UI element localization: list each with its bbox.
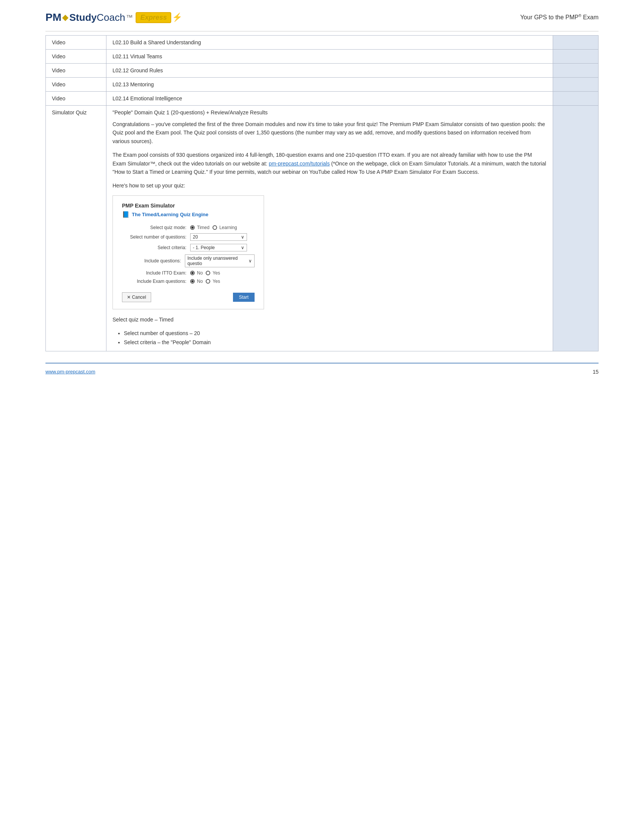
form-label-itto: Include ITTO Exam: <box>122 270 187 276</box>
book-icon: 📘 <box>122 211 130 218</box>
row-content: L02.13 Mentoring <box>106 78 553 92</box>
select-criteria[interactable]: - 1. People ∨ <box>190 244 247 251</box>
logo-diamond-icon: ◆ <box>62 13 69 23</box>
table-row: Video L02.12 Ground Rules <box>46 64 599 78</box>
logo-tm: ™ <box>126 14 133 22</box>
radio-itto-yes-label: Yes <box>213 270 220 276</box>
list-item: Select criteria – the "People" Domain <box>124 338 547 347</box>
row-type: Video <box>46 78 106 92</box>
form-row-quizmode: Select quiz mode: Timed Learning <box>122 225 254 230</box>
row-content: L02.12 Ground Rules <box>106 64 553 78</box>
page-footer: www.pm-prepcast.com 15 <box>45 363 599 380</box>
footer-link[interactable]: www.pm-prepcast.com <box>45 369 95 375</box>
table-row: Video L02.11 Virtual Teams <box>46 50 599 64</box>
row-content: L02.11 Virtual Teams <box>106 50 553 64</box>
row-content: L02.14 Emotional Intelligence <box>106 92 553 106</box>
table-row: Video L02.10 Build a Shared Understandin… <box>46 35 599 50</box>
simulator-title: "People" Domain Quiz 1 (20-questions) + … <box>113 109 547 116</box>
chevron-down-icon: ∨ <box>241 245 244 250</box>
sim-buttons: ✕ Cancel Start <box>122 289 254 302</box>
form-label-numquestions: Select number of questions: <box>122 234 187 240</box>
form-label-quizmode: Select quiz mode: <box>122 225 187 230</box>
row-type: Video <box>46 50 106 64</box>
form-row-exam: Include Exam questions: No Yes <box>122 279 254 284</box>
select-include-questions[interactable]: Include only unanswered questio ∨ <box>185 254 254 267</box>
chevron-down-icon: ∨ <box>241 234 244 240</box>
instructions-list: Select number of questions – 20 Select c… <box>124 329 547 347</box>
radio-exam-no-circle[interactable] <box>190 279 195 284</box>
form-row-numquestions: Select number of questions: 20 ∨ <box>122 233 254 241</box>
simulator-body: Congratulations – you've completed the f… <box>113 120 547 347</box>
logo-study: Study <box>69 12 97 24</box>
radio-itto-yes[interactable]: Yes <box>206 270 220 276</box>
row-content: L02.10 Build a Shared Understanding <box>106 35 553 50</box>
start-button[interactable]: Start <box>233 293 254 302</box>
radio-exam-yes-label: Yes <box>213 279 220 284</box>
cancel-button[interactable]: ✕ Cancel <box>122 292 151 302</box>
row-extra <box>553 78 599 92</box>
chevron-down-icon: ∨ <box>248 258 252 264</box>
footer-page-number: 15 <box>592 369 599 375</box>
page-header: PM ◆ StudyCoach™ Express ⚡ Your GPS to t… <box>45 0 599 31</box>
radio-itto-no[interactable]: No <box>190 270 203 276</box>
row-extra <box>553 35 599 50</box>
radio-exam-yes[interactable]: Yes <box>206 279 220 284</box>
logo: PM ◆ StudyCoach™ Express ⚡ <box>45 11 182 24</box>
simulator-content: "People" Domain Quiz 1 (20-questions) + … <box>106 106 553 351</box>
form-row-itto: Include ITTO Exam: No Yes <box>122 270 254 276</box>
list-item: Select number of questions – 20 <box>124 329 547 338</box>
logo-lightning-icon: ⚡ <box>172 13 182 23</box>
form-label-exam: Include Exam questions: <box>122 279 187 284</box>
radio-learning[interactable]: Learning <box>213 225 237 230</box>
sim-ui-title: PMP Exam Simulator <box>122 203 254 209</box>
radio-exam-yes-circle[interactable] <box>206 279 210 284</box>
instructions-intro: Select quiz mode – Timed <box>113 315 547 324</box>
radio-learning-circle[interactable] <box>213 225 217 230</box>
simulator-ui-box: PMP Exam Simulator 📘 The Timed/Learning … <box>113 195 264 309</box>
row-extra <box>553 50 599 64</box>
radio-itto-yes-circle[interactable] <box>206 271 210 275</box>
select-numquestions[interactable]: 20 ∨ <box>190 233 247 241</box>
row-type: Video <box>46 35 106 50</box>
form-control-exam: No Yes <box>190 279 220 284</box>
radio-timed-label: Timed <box>197 225 209 230</box>
radio-exam-no-label: No <box>197 279 203 284</box>
simulator-para2: The Exam pool consists of 930 questions … <box>113 151 547 176</box>
table-row: Video L02.14 Emotional Intelligence <box>46 92 599 106</box>
simulator-para1: Congratulations – you've completed the f… <box>113 120 547 145</box>
row-type: Video <box>46 64 106 78</box>
form-control-quizmode: Timed Learning <box>190 225 237 230</box>
simulator-row: Simulator Quiz "People" Domain Quiz 1 (2… <box>46 106 599 351</box>
simulator-setup-intro: Here's how to set up your quiz: <box>113 182 547 190</box>
row-extra <box>553 92 599 106</box>
sim-ui-subtitle: 📘 The Timed/Learning Quiz Engine <box>122 211 254 218</box>
logo-express: Express <box>135 12 171 23</box>
header-tagline: Your GPS to the PMP® Exam <box>520 14 599 21</box>
radio-timed[interactable]: Timed <box>190 225 209 230</box>
form-label-criteria: Select criteria: <box>122 245 187 250</box>
simulator-extra <box>553 106 599 351</box>
radio-itto-no-circle[interactable] <box>190 271 195 275</box>
row-type: Video <box>46 92 106 106</box>
radio-learning-label: Learning <box>219 225 237 230</box>
form-label-include-questions: Include questions: <box>122 258 181 264</box>
row-extra <box>553 64 599 78</box>
logo-pm: PM <box>45 11 61 24</box>
form-row-criteria: Select criteria: - 1. People ∨ <box>122 244 254 251</box>
radio-itto-no-label: No <box>197 270 203 276</box>
form-row-include-questions: Include questions: Include only unanswer… <box>122 254 254 267</box>
form-control-itto: No Yes <box>190 270 220 276</box>
table-row: Video L02.13 Mentoring <box>46 78 599 92</box>
simulator-type: Simulator Quiz <box>46 106 106 351</box>
radio-timed-circle[interactable] <box>190 225 195 230</box>
simulator-link[interactable]: pm-prepcast.com/tutorials <box>269 161 330 167</box>
radio-exam-no[interactable]: No <box>190 279 203 284</box>
logo-coach: Coach <box>97 12 125 24</box>
content-table: Video L02.10 Build a Shared Understandin… <box>45 35 599 351</box>
